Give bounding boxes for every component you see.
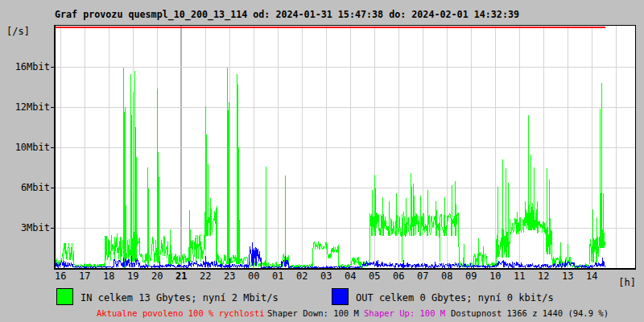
x-tick-label: 09 xyxy=(462,270,480,282)
y-tick-label: 6Mbit xyxy=(0,182,50,193)
x-tick-label: 14 xyxy=(583,270,601,282)
legend-in-label: IN celkem 13 Gbytes; nyní 2 Mbit/s xyxy=(80,292,279,303)
plot-area xyxy=(54,25,636,270)
y-tick-label: 3Mbit xyxy=(0,222,50,233)
x-tick-label: 06 xyxy=(390,270,407,282)
x-tick-label: 13 xyxy=(559,270,576,282)
status-availability: Dostupnost 1366 z 1440 (94.9 %) xyxy=(451,308,609,318)
status-shaper-down: Shaper Down: 100 M xyxy=(267,308,359,318)
x-axis-unit-label: [h] xyxy=(612,277,636,288)
x-tick-label: 10 xyxy=(486,270,504,282)
legend-out-label: OUT celkem 0 Gbytes; nyní 0 kbit/s xyxy=(356,292,554,303)
legend-in-swatch xyxy=(56,288,73,305)
x-tick-label: 16 xyxy=(52,270,69,282)
status-allowed-speed: Aktualne povoleno 100 % rychlosti xyxy=(97,308,265,318)
x-tick-label: 17 xyxy=(76,270,93,282)
chart-canvas xyxy=(56,26,635,268)
x-tick-label: 18 xyxy=(100,270,118,282)
x-tick-label: 23 xyxy=(221,270,238,282)
y-tick-label: 16Mbit xyxy=(0,61,50,72)
x-tick-label: 02 xyxy=(293,270,311,282)
x-tick-label: 07 xyxy=(414,270,431,282)
x-tick-label: 04 xyxy=(341,270,359,282)
traffic-graph-page: Graf provozu quesmpl_10_200_13_114 od: 2… xyxy=(0,0,644,322)
y-axis-unit-label: [/s] xyxy=(6,26,30,37)
x-tick-label: 12 xyxy=(535,270,552,282)
y-tick-label: 12Mbit xyxy=(0,101,50,113)
x-tick-label: 03 xyxy=(317,270,335,282)
y-tick-label: 10Mbit xyxy=(0,142,50,153)
graph-title: Graf provozu quesmpl_10_200_13_114 od: 2… xyxy=(55,9,519,20)
status-shaper-up: Shaper Up: 100 M xyxy=(364,308,445,318)
x-tick-label: 22 xyxy=(196,270,214,282)
series-line-in xyxy=(56,68,605,267)
x-tick-label: 01 xyxy=(269,270,287,282)
x-tick-label: 00 xyxy=(245,270,262,282)
x-tick-label: 11 xyxy=(510,270,528,282)
legend-out-swatch xyxy=(332,288,349,305)
x-tick-label: 20 xyxy=(148,270,166,282)
x-tick-label: 19 xyxy=(124,270,142,282)
x-tick-label: 05 xyxy=(365,270,383,282)
x-tick-label: 08 xyxy=(438,270,456,282)
x-tick-label: 21 xyxy=(172,270,190,282)
